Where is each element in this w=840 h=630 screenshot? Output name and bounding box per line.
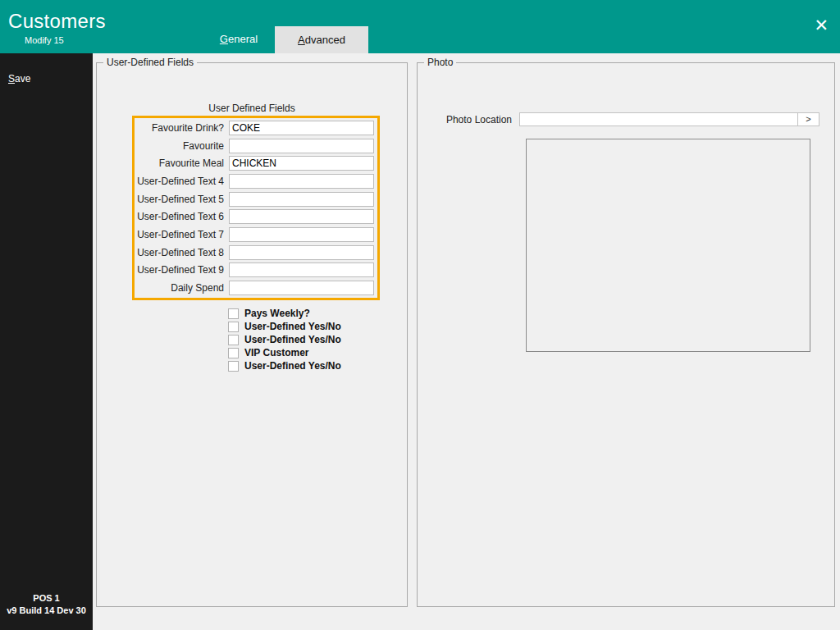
favourite-input[interactable] <box>229 139 374 153</box>
tab-advanced[interactable]: Advanced <box>275 26 368 53</box>
photo-location-label: Photo Location <box>418 114 519 126</box>
favourite-meal-label: Favourite Meal <box>135 158 229 169</box>
field-row: User-Defined Text 9 <box>135 262 377 279</box>
vip-customer-checkbox[interactable] <box>228 348 239 358</box>
user-defined-text-4-input[interactable] <box>229 174 374 189</box>
user-defined-fields-group: User-Defined Fields User Defined Fields … <box>96 62 408 607</box>
user-defined-text-5-input[interactable] <box>229 192 374 207</box>
page-subtitle: Modify 15 <box>25 35 64 45</box>
tab-general-label: General <box>220 33 258 45</box>
field-row: Favourite <box>135 137 377 154</box>
sidebar-footer: POS 1 v9 Build 14 Dev 30 <box>0 592 93 617</box>
page-title: Customers <box>8 10 106 33</box>
photo-browse-button[interactable]: > <box>798 112 819 126</box>
user-defined-fields-group-title: User-Defined Fields <box>103 57 197 68</box>
close-icon[interactable]: ✕ <box>814 16 829 34</box>
favourite-label: Favourite <box>135 140 229 152</box>
user-defined-text-4-label: User-Defined Text 4 <box>135 176 229 187</box>
highlighted-fields-region: Favourite Drink? Favourite Favourite Mea… <box>132 116 380 300</box>
field-row: Favourite Meal <box>135 155 377 172</box>
field-row: User-Defined Text 5 <box>135 190 377 208</box>
save-button-label: Save <box>8 73 30 84</box>
user-defined-text-9-label: User-Defined Text 9 <box>135 264 229 276</box>
photo-location-input[interactable] <box>519 112 798 126</box>
field-row: User-Defined Text 8 <box>135 244 377 261</box>
yes-no-checkbox-group: Pays Weekly? User-Defined Yes/No User-De… <box>228 307 341 372</box>
user-defined-text-7-input[interactable] <box>229 227 374 242</box>
checkbox-row: User-Defined Yes/No <box>228 333 341 346</box>
user-defined-text-9-input[interactable] <box>229 262 374 277</box>
checkbox-row: User-Defined Yes/No <box>228 320 341 333</box>
photo-preview-area <box>526 139 810 352</box>
tab-general[interactable]: General <box>202 0 276 53</box>
user-defined-text-8-input[interactable] <box>229 245 374 260</box>
sidebar: Save POS 1 v9 Build 14 Dev 30 <box>0 53 93 630</box>
user-defined-yesno-3-checkbox[interactable] <box>228 335 239 345</box>
field-row: Daily Spend <box>135 280 377 297</box>
photo-location-row: Photo Location > <box>418 112 819 126</box>
user-defined-yesno-3-label: User-Defined Yes/No <box>244 334 341 345</box>
field-row: Favourite Drink? <box>135 119 377 136</box>
field-row: User-Defined Text 4 <box>135 172 377 189</box>
save-button[interactable]: Save <box>8 73 30 84</box>
user-defined-text-5-label: User-Defined Text 5 <box>135 194 229 205</box>
daily-spend-input[interactable] <box>229 281 374 295</box>
checkbox-row: Pays Weekly? <box>228 307 341 320</box>
user-defined-fields-header: User Defined Fields <box>97 103 407 114</box>
user-defined-yesno-2-label: User-Defined Yes/No <box>244 321 341 332</box>
favourite-drink-input[interactable] <box>229 121 374 135</box>
main-content: User-Defined Fields User Defined Fields … <box>93 53 840 630</box>
pays-weekly-label: Pays Weekly? <box>244 308 310 319</box>
user-defined-text-6-label: User-Defined Text 6 <box>135 211 229 222</box>
version-label: v9 Build 14 Dev 30 <box>0 605 93 617</box>
pos-terminal-label: POS 1 <box>0 592 93 605</box>
checkbox-row: VIP Customer <box>228 346 341 359</box>
field-row: User-Defined Text 6 <box>135 208 377 226</box>
user-defined-yesno-2-checkbox[interactable] <box>228 322 239 332</box>
favourite-meal-input[interactable] <box>229 156 374 171</box>
checkbox-row: User-Defined Yes/No <box>228 359 341 372</box>
favourite-drink-label: Favourite Drink? <box>135 122 229 134</box>
daily-spend-label: Daily Spend <box>135 282 229 294</box>
field-row: User-Defined Text 7 <box>135 226 377 243</box>
title-bar: Customers Modify 15 General Advanced ✕ <box>0 0 840 53</box>
photo-group: Photo Photo Location > <box>417 62 835 607</box>
pays-weekly-checkbox[interactable] <box>228 308 239 319</box>
user-defined-yesno-5-label: User-Defined Yes/No <box>244 360 341 372</box>
user-defined-text-7-label: User-Defined Text 7 <box>135 229 229 240</box>
vip-customer-label: VIP Customer <box>244 347 308 358</box>
user-defined-text-6-input[interactable] <box>229 209 374 224</box>
user-defined-yesno-5-checkbox[interactable] <box>228 361 239 372</box>
tab-advanced-label: Advanced <box>298 34 345 46</box>
user-defined-text-8-label: User-Defined Text 8 <box>135 247 229 258</box>
photo-group-title: Photo <box>424 57 456 68</box>
